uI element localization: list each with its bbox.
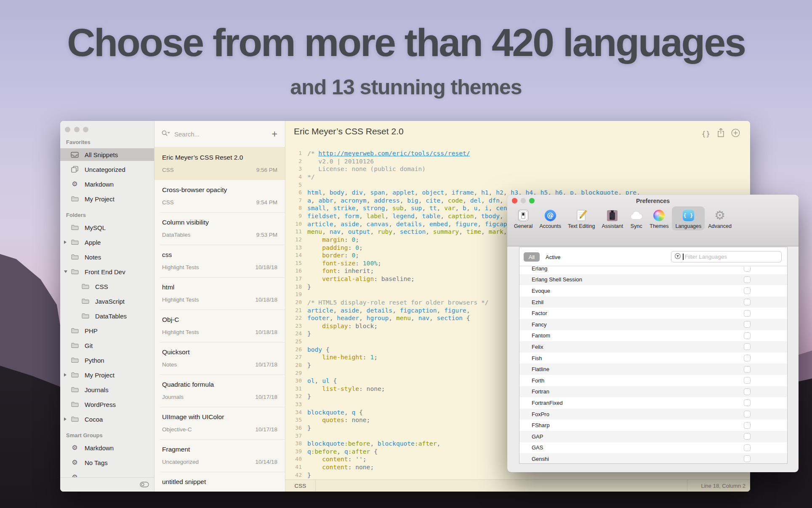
sidebar-item-apple[interactable]: Apple bbox=[60, 236, 154, 249]
sidebar-item-uncategorized[interactable]: Uncategorized bbox=[60, 163, 154, 176]
filter-languages-input[interactable] bbox=[684, 253, 779, 260]
language-checkbox[interactable] bbox=[744, 377, 751, 384]
sidebar-item-markdown[interactable]: ⚙Markdown bbox=[60, 178, 154, 190]
snippet-row-css[interactable]: cssHighlight Tests10/18/18 bbox=[154, 245, 285, 277]
pref-tab-sync[interactable]: Sync bbox=[626, 206, 646, 230]
add-circle-icon[interactable] bbox=[731, 128, 740, 139]
language-row-felix[interactable]: Felix bbox=[519, 341, 787, 353]
pref-tab-themes[interactable]: Themes bbox=[646, 206, 672, 230]
language-row-fancy[interactable]: Fancy bbox=[519, 319, 787, 330]
snippet-row-fragment[interactable]: FragmentUncategorized10/14/18 bbox=[154, 439, 285, 472]
language-checkbox[interactable] bbox=[744, 411, 751, 417]
language-checkbox[interactable] bbox=[744, 366, 751, 373]
code-text: q:before, q:after { bbox=[302, 448, 378, 456]
language-checkbox[interactable] bbox=[744, 455, 751, 462]
zoom-button[interactable] bbox=[83, 127, 88, 132]
sidebar-item-php[interactable]: PHP bbox=[60, 324, 154, 337]
sidebar-item-python[interactable]: Python bbox=[60, 354, 154, 366]
search-input[interactable] bbox=[173, 130, 271, 138]
language-checkbox[interactable] bbox=[744, 267, 751, 272]
sidebar-item-my-project[interactable]: My Project bbox=[60, 193, 154, 205]
language-row-gap[interactable]: GAP bbox=[519, 431, 787, 442]
snippet-row-html[interactable]: htmlHighlight Tests10/18/18 bbox=[154, 277, 285, 310]
sidebar-item-mysql[interactable]: MySQL bbox=[60, 221, 154, 234]
chevron-right-icon[interactable] bbox=[64, 241, 67, 244]
pref-tab-accounts[interactable]: @Accounts bbox=[536, 206, 564, 230]
chevron-right-icon[interactable] bbox=[64, 373, 67, 377]
sidebar-item-datatables[interactable]: DataTables bbox=[60, 310, 154, 322]
filter-search-field[interactable] bbox=[671, 251, 782, 262]
language-row-gas[interactable]: GAS bbox=[519, 442, 787, 454]
snippet-row-cross-browser-opacity[interactable]: Cross-browser opacityCSS9:54 PM bbox=[154, 180, 285, 212]
code-text: vertical-align: baseline; bbox=[302, 275, 415, 283]
language-row-fortran[interactable]: Fortran bbox=[519, 386, 787, 398]
sidebar-item-no-tags[interactable]: ⚙No Tags bbox=[60, 456, 154, 469]
language-checkbox[interactable] bbox=[744, 399, 751, 406]
language-row-genshi[interactable]: Genshi bbox=[519, 453, 787, 463]
language-row-ezhil[interactable]: Ezhil bbox=[519, 297, 787, 308]
preferences-window: Preferences General@AccountsText Editing… bbox=[507, 195, 799, 472]
language-checkbox[interactable] bbox=[744, 343, 751, 350]
pref-tab-assistant[interactable]: Assistant bbox=[599, 206, 627, 230]
language-checkbox[interactable] bbox=[744, 433, 751, 440]
sidebar-item-markdown[interactable]: ⚙Markdown bbox=[60, 441, 154, 454]
language-row-foxpro[interactable]: FoxPro bbox=[519, 409, 787, 420]
pref-tab-general[interactable]: General bbox=[511, 206, 536, 230]
language-checkbox[interactable] bbox=[744, 332, 751, 339]
sidebar-item-front-end-dev[interactable]: Front End Dev bbox=[60, 265, 154, 278]
sidebar-item-my-project[interactable]: My Project bbox=[60, 369, 154, 381]
language-row-factor[interactable]: Factor bbox=[519, 307, 787, 319]
sidebar-item-all-snippets[interactable]: All Snippets bbox=[60, 148, 154, 161]
language-row-erlang-shell-session[interactable]: Erlang Shell Session bbox=[519, 274, 787, 286]
sidebar-item-notes[interactable]: Notes bbox=[60, 251, 154, 263]
code-text: } bbox=[302, 393, 311, 401]
close-button[interactable] bbox=[65, 127, 70, 132]
language-row-fsharp[interactable]: FSharp bbox=[519, 420, 787, 431]
language-row-flatline[interactable]: Flatline bbox=[519, 364, 787, 375]
pref-tab-text-editing[interactable]: Text Editing bbox=[564, 206, 599, 230]
language-checkbox[interactable] bbox=[744, 444, 751, 451]
code-text: } bbox=[302, 361, 311, 369]
language-row-erlang[interactable]: Erlang bbox=[519, 267, 787, 274]
language-checkbox[interactable] bbox=[744, 355, 751, 361]
sidebar-item-javascript[interactable]: JavaScript bbox=[60, 295, 154, 307]
editor-title: Eric Meyer’s CSS Reset 2.0 bbox=[294, 126, 404, 136]
language-checkbox[interactable] bbox=[744, 422, 751, 429]
pref-tab-languages[interactable]: { }Languages bbox=[672, 206, 705, 230]
pref-tab-advanced[interactable]: ⚙Advanced bbox=[705, 206, 735, 230]
language-checkbox[interactable] bbox=[744, 299, 751, 305]
sidebar-item-wordpress[interactable]: WordPress bbox=[60, 398, 154, 411]
snippet-row-column-visibility[interactable]: Column visibilityDataTables9:53 PM bbox=[154, 212, 285, 245]
language-checkbox[interactable] bbox=[744, 321, 751, 328]
braces-icon[interactable]: {} bbox=[702, 130, 711, 138]
sidebar-item-git[interactable]: Git bbox=[60, 339, 154, 352]
snippet-row-untitled-snippet[interactable]: untitled snippet bbox=[154, 472, 285, 492]
snippet-row-obj-c[interactable]: Obj-CHighlight Tests10/18/18 bbox=[154, 310, 285, 342]
share-icon[interactable] bbox=[717, 128, 725, 139]
status-language[interactable]: CSS bbox=[285, 480, 316, 492]
language-checkbox[interactable] bbox=[744, 276, 751, 283]
language-checkbox[interactable] bbox=[744, 310, 751, 317]
chevron-right-icon[interactable] bbox=[64, 417, 67, 421]
segment-all[interactable]: All bbox=[524, 252, 540, 262]
language-checkbox[interactable] bbox=[744, 287, 751, 294]
language-checkbox[interactable] bbox=[744, 388, 751, 395]
sidebar-item-css[interactable]: CSS bbox=[60, 280, 154, 293]
snippet-row-quadratic-formula[interactable]: Quadratic formulaJournals10/17/18 bbox=[154, 374, 285, 407]
minimize-button[interactable] bbox=[74, 127, 80, 132]
language-row-evoque[interactable]: Evoque bbox=[519, 285, 787, 297]
language-row-forth[interactable]: Forth bbox=[519, 375, 787, 386]
segment-active[interactable]: Active bbox=[546, 252, 560, 262]
snippet-row-quicksort[interactable]: QuicksortNotes10/17/18 bbox=[154, 342, 285, 374]
snippet-row-eric-meyer-s-css-reset-2-0[interactable]: Eric Meyer’s CSS Reset 2.0CSS9:56 PM bbox=[154, 147, 285, 180]
language-row-fantom[interactable]: Fantom bbox=[519, 330, 787, 342]
chevron-down-icon[interactable] bbox=[64, 270, 67, 273]
snippet-row-uiimage-with-uicolor[interactable]: UIImage with UIColorObjective-C10/17/18 bbox=[154, 407, 285, 439]
sidebar-item-journals[interactable]: Journals bbox=[60, 383, 154, 396]
language-row-fish[interactable]: Fish bbox=[519, 353, 787, 364]
sidebar-toggle-icon[interactable] bbox=[140, 481, 149, 489]
sidebar-item-cocoa[interactable]: Cocoa bbox=[60, 413, 154, 425]
add-snippet-button[interactable]: + bbox=[271, 129, 278, 139]
line-number: 38 bbox=[285, 440, 302, 448]
language-row-fortranfixed[interactable]: FortranFixed bbox=[519, 397, 787, 409]
